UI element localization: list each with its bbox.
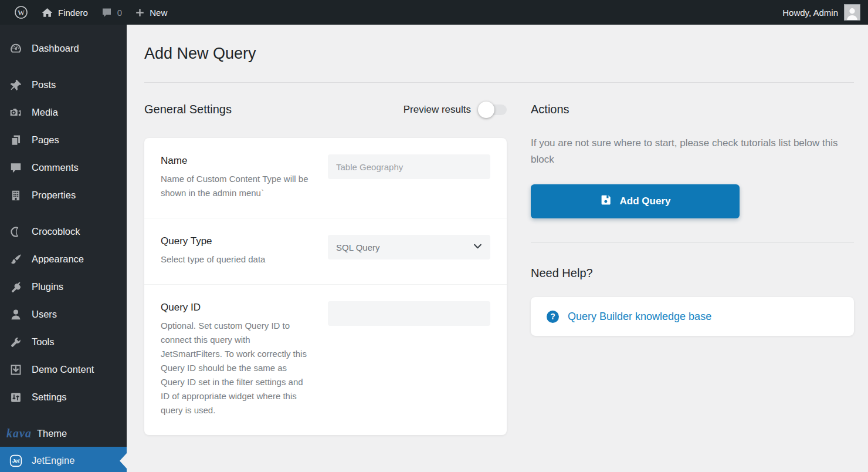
site-link[interactable]: Findero — [35, 0, 94, 25]
site-name: Findero — [58, 8, 88, 18]
preview-results-toggle[interactable] — [480, 104, 507, 115]
sidebar-item-label: Comments — [32, 162, 79, 173]
add-query-button[interactable]: Add Query — [531, 184, 740, 218]
comment-count: 0 — [117, 8, 122, 18]
account-menu[interactable]: Howdy, Admin — [782, 4, 860, 21]
add-query-button-label: Add Query — [620, 195, 671, 207]
general-settings-card: Name Name of Custom Content Type will be… — [144, 138, 507, 435]
sidebar-item-kava-theme[interactable]: kava Theme — [0, 420, 127, 447]
actions-heading: Actions — [531, 101, 854, 118]
general-settings-column: General Settings Preview results Name Na… — [144, 101, 507, 435]
question-mark-icon: ? — [547, 311, 559, 323]
sidebar-item-label: Pages — [32, 134, 59, 146]
sidebar-item-media[interactable]: Media — [0, 99, 127, 126]
sidebar-item-dashboard[interactable]: Dashboard — [0, 35, 127, 62]
pages-icon — [8, 133, 23, 148]
divider — [144, 82, 854, 83]
actions-column: Actions If you are not sure where to sta… — [531, 101, 854, 435]
admin-bar: W Findero 0 New Howdy, Admin — [0, 0, 868, 25]
home-icon — [41, 6, 53, 19]
jetengine-icon: Jet — [8, 453, 23, 468]
sidebar-item-label: Demo Content — [32, 364, 94, 375]
query-type-selected-value: SQL Query — [336, 242, 379, 252]
sidebar-item-label: Appearance — [32, 254, 84, 265]
need-help-heading: Need Help? — [531, 265, 854, 282]
download-icon — [8, 362, 23, 377]
name-field-description: Name of Custom Content Type will be show… — [161, 172, 310, 200]
field-row-query-type: Query Type Select type of queried data S… — [144, 218, 507, 285]
name-input[interactable] — [328, 154, 490, 179]
plus-icon — [135, 8, 145, 18]
wrench-icon — [8, 335, 23, 350]
sidebar-item-label: Properties — [32, 190, 76, 201]
query-type-field-description: Select type of queried data — [161, 252, 310, 267]
sidebar-item-properties[interactable]: Properties — [0, 181, 127, 209]
sidebar-item-jetengine[interactable]: Jet JetEngine — [0, 447, 127, 472]
sliders-icon — [8, 390, 23, 405]
comments-bubble[interactable]: 0 — [94, 0, 128, 25]
toggle-knob — [478, 102, 494, 118]
sidebar-item-comments[interactable]: Comments — [0, 154, 127, 181]
comment-bubble-icon — [101, 6, 113, 18]
sidebar-item-label: Settings — [32, 392, 67, 403]
sidebar-item-label: Posts — [32, 79, 56, 90]
admin-sidebar: Dashboard Posts Media Pages Comments Pro… — [0, 25, 127, 472]
menu-separator — [0, 209, 127, 218]
general-settings-heading: General Settings — [144, 101, 232, 118]
sidebar-item-plugins[interactable]: Plugins — [0, 273, 127, 301]
query-id-field-label: Query ID — [161, 301, 310, 314]
sidebar-item-demo-content[interactable]: Demo Content — [0, 356, 127, 383]
crocoblock-icon — [8, 224, 23, 240]
wordpress-menu[interactable]: W — [8, 0, 35, 25]
svg-text:Jet: Jet — [12, 458, 21, 464]
new-menu[interactable]: New — [128, 0, 174, 25]
page-title: Add New Query — [144, 44, 854, 63]
main-content: Add New Query General Settings Preview r… — [127, 25, 868, 472]
save-icon — [600, 194, 612, 209]
sidebar-item-label: JetEngine — [32, 455, 74, 466]
sidebar-item-appearance[interactable]: Appearance — [0, 245, 127, 273]
sidebar-item-tools[interactable]: Tools — [0, 328, 127, 356]
query-id-field-description: Optional. Set custom Query ID to connect… — [161, 319, 310, 417]
wordpress-logo-icon: W — [14, 5, 28, 19]
menu-separator — [0, 62, 127, 71]
sidebar-item-label: Media — [32, 107, 58, 118]
knowledge-base-link[interactable]: Query Builder knowledge base — [568, 311, 711, 323]
plug-icon — [8, 279, 23, 295]
building-icon — [8, 188, 23, 203]
sidebar-item-label: Theme — [37, 428, 67, 439]
field-row-name: Name Name of Custom Content Type will be… — [144, 138, 507, 218]
query-id-input[interactable] — [328, 301, 490, 326]
pushpin-icon — [8, 77, 23, 93]
divider — [531, 242, 854, 243]
sidebar-item-users[interactable]: Users — [0, 301, 127, 328]
preview-results-label: Preview results — [404, 104, 471, 116]
sidebar-item-label: Dashboard — [32, 43, 79, 54]
sidebar-item-posts[interactable]: Posts — [0, 71, 127, 99]
sidebar-item-crocoblock[interactable]: Crocoblock — [0, 218, 127, 245]
sidebar-item-settings[interactable]: Settings — [0, 383, 127, 411]
name-field-label: Name — [161, 154, 310, 167]
svg-text:W: W — [18, 9, 25, 17]
sidebar-item-label: Users — [32, 309, 57, 320]
dashboard-icon — [8, 41, 23, 56]
sidebar-item-label: Tools — [32, 336, 55, 348]
sidebar-item-label: Crocoblock — [32, 226, 80, 237]
field-row-query-id: Query ID Optional. Set custom Query ID t… — [144, 285, 507, 435]
howdy-text: Howdy, Admin — [782, 8, 838, 18]
user-icon — [8, 307, 23, 322]
actions-note: If you are not sure where to start, plea… — [531, 135, 840, 168]
sidebar-item-pages[interactable]: Pages — [0, 126, 127, 154]
menu-separator — [0, 411, 127, 420]
kava-logo: kava — [6, 427, 32, 440]
media-icon — [8, 105, 23, 120]
help-card: ? Query Builder knowledge base — [531, 297, 854, 336]
sidebar-item-label: Plugins — [32, 281, 63, 292]
query-type-select[interactable]: SQL Query — [328, 235, 490, 259]
avatar — [844, 4, 860, 21]
comment-icon — [8, 160, 23, 176]
paintbrush-icon — [8, 252, 23, 267]
query-type-field-label: Query Type — [161, 235, 310, 248]
chevron-down-icon — [473, 241, 483, 254]
new-label: New — [150, 8, 167, 18]
